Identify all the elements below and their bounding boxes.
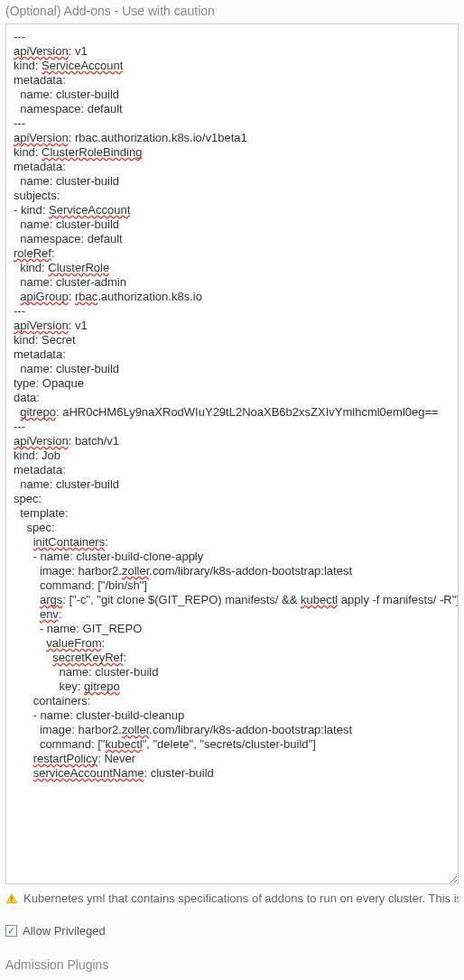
addons-section-title: (Optional) Add-ons - Use with caution: [5, 4, 459, 18]
allow-privileged-checkbox[interactable]: [5, 925, 17, 937]
admission-plugins-title: Admission Plugins: [5, 957, 459, 972]
addons-info-row: Kubernetes yml that contains specificati…: [5, 892, 459, 908]
addons-info-text: Kubernetes yml that contains specificati…: [23, 892, 459, 905]
yaml-editor[interactable]: --- apiVersion: v1 kind: ServiceAccount …: [6, 24, 458, 883]
warning-icon: [5, 892, 18, 908]
allow-privileged-label: Allow Privileged: [23, 924, 106, 938]
svg-rect-0: [11, 897, 12, 901]
yaml-editor-container: --- apiVersion: v1 kind: ServiceAccount …: [5, 23, 459, 884]
svg-rect-1: [11, 901, 12, 901]
allow-privileged-row[interactable]: Allow Privileged: [5, 924, 459, 938]
